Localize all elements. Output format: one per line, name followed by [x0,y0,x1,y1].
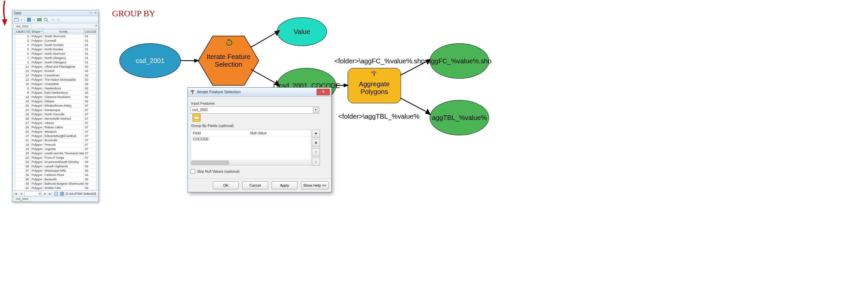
table-row[interactable]: 4PolygonSouth Dundas01 [13,43,98,47]
svg-marker-24 [425,59,431,65]
move-up-icon[interactable]: ↑ [312,148,320,156]
table-cell: Polygon [30,91,43,95]
aggregate-polygons-tool[interactable]: Aggregate Polygons [348,68,401,103]
move-down-icon[interactable]: ↓ [312,158,320,166]
table-row[interactable]: 36PolygonCarleton Place09 [13,173,98,177]
table-row[interactable]: 17PolygonEdwardsburgh/Cardinal07 [13,134,98,138]
table-row[interactable]: 37PolygonMississippi Mills09 [13,169,98,173]
find-replace-icon[interactable] [44,17,49,22]
first-record-icon[interactable]: ı◂ [14,192,18,196]
table-row[interactable]: 28PolygonMerrickville-Wolford07 [13,117,98,121]
table-row[interactable]: 21PolygonBrockville07 [13,138,98,143]
table-row[interactable]: 38PolygonLanark Highlands09 [13,164,98,169]
show-help-button[interactable]: Show Help >> [301,181,329,189]
table-row[interactable]: 26PolygonRideau Lakes07 [13,125,98,130]
table-row[interactable]: 25PolygonWestport07 [13,130,98,134]
table-cell [13,56,16,60]
chevron-down-icon[interactable]: ▾ [313,107,318,113]
table-tab[interactable]: csd_2001 [13,24,31,29]
vertical-scrollbar[interactable] [96,29,98,190]
table-row[interactable]: 35PolygonBeckwith09 [13,177,98,182]
table-row[interactable]: 14PolygonCasselman02 [13,73,98,78]
null-value-column-header: Null Value [248,130,269,136]
related-tables-icon[interactable] [37,17,42,22]
table-window-title-bar[interactable]: Table □ × [12,10,98,16]
table-row[interactable]: 2PolygonSouth Stormont01 [13,34,98,39]
table-row[interactable]: 24PolygonGananoque07 [13,108,98,112]
table-row[interactable]: 22PolygonFront of Yonge07 [13,156,98,160]
table-row[interactable]: 18PolygonAugusta07 [13,147,98,151]
table-row[interactable]: 31PolygonSmiths Falls09 [13,186,98,190]
table-row[interactable]: 11PolygonAlfred and Plantagenet02 [13,65,98,69]
pin-icon[interactable]: □ [89,11,93,15]
show-selected-icon[interactable] [60,191,64,196]
apply-button[interactable]: Apply [272,181,298,189]
table-cell: 16 [16,99,30,104]
model-input-data[interactable]: csd_2001 [119,43,181,78]
table-row[interactable]: 27PolygonAthens07 [13,121,98,125]
table-cell [13,82,16,86]
table-row[interactable]: 15PolygonRussell02 [13,69,98,73]
prev-record-icon[interactable]: ◂ [19,192,23,196]
table-cell: 21 [16,138,30,143]
table-row[interactable]: 10PolygonChamplain02 [13,82,98,86]
output-table[interactable]: aggTBL_%value% [430,100,489,135]
table-row[interactable]: 3PolygonCornwall01 [13,39,98,43]
input-features-dropdown[interactable]: csd_2001 ▾ [190,106,319,114]
tab-close-icon[interactable]: × [95,24,97,27]
table-row[interactable]: 16PolygonOttawa06 [13,99,98,104]
table-row[interactable]: 1PolygonSouth Glengarry01 [13,60,98,65]
bottom-tab[interactable]: csd_2001 [14,197,31,201]
table-row[interactable]: 20PolygonElizabethtown-Kitley07 [13,104,98,108]
column-header[interactable]: Shape * [30,29,43,34]
table-row[interactable]: 12PolygonThe Nation Municipality02 [13,78,98,82]
table-row[interactable]: 9PolygonHawkesbury02 [13,86,98,91]
table-cell: Polygon [30,43,43,47]
svg-line-19 [251,69,275,83]
table-row[interactable]: 29PolygonNorth Grenville07 [13,112,98,117]
record-position[interactable]: 0 [24,191,42,196]
table-row[interactable]: 23PolygonLeeds and the Thousand Islan07 [13,151,98,156]
table-row[interactable]: 13PolygonClarence-Rockland02 [13,95,98,99]
table-row[interactable]: 19PolygonPrescott07 [13,143,98,147]
browse-folder-icon[interactable] [192,114,200,122]
print-icon[interactable] [50,17,55,22]
toolbar-divider: ▾ [33,18,35,22]
table-cell: Polygon [30,177,43,182]
column-header[interactable] [13,29,16,34]
dialog-title-bar[interactable]: Iterate Feature Selection ✕ [188,88,331,97]
remove-row-icon[interactable]: × [312,139,320,147]
output-feature-class[interactable]: aggFC_%value%.shp [430,43,489,79]
table-cell [13,34,16,39]
group-by-fields-grid[interactable]: Field Null Value CDCODE [190,130,311,166]
table-row[interactable]: 5PolygonNorth Dundas01 [13,47,98,52]
show-all-icon[interactable] [54,191,58,196]
ok-button[interactable]: OK [213,181,239,189]
selection-icon[interactable] [27,17,31,22]
table-cell: South Stormont [43,34,84,39]
delete-icon[interactable]: ✕ [57,18,60,22]
edge-iterator-to-value [251,30,281,49]
next-record-icon[interactable]: ▸ [43,192,47,196]
last-record-icon[interactable]: ▸ı [49,192,52,196]
column-header[interactable]: OBJECTID * [16,29,30,34]
table-options-icon[interactable] [14,17,19,22]
horizontal-scrollbar[interactable] [191,160,311,165]
dialog-close-icon[interactable]: ✕ [317,89,330,95]
table-row[interactable]: 32PolygonDrummond/North Elmsley09 [13,160,98,164]
table-cell: Russell [43,69,84,73]
table-row[interactable]: 7PolygonNorth Glengarry01 [13,56,98,60]
table-cell [13,182,16,186]
add-row-icon[interactable]: + [312,130,320,138]
iterator-value-output[interactable]: Value [277,17,327,46]
cancel-button[interactable]: Cancel [242,181,268,189]
table-row[interactable]: 8PolygonEast Hawkesbury02 [13,91,98,95]
table-row[interactable]: 33PolygonBathurst Burgess Sherbrooke09 [13,182,98,186]
table-cell: 26 [16,125,30,130]
close-icon[interactable]: × [94,11,98,15]
skip-null-values-checkbox[interactable] [190,169,195,174]
table-row[interactable]: 6PolygonNorth Stormont01 [13,52,98,56]
table-cell: Gananoque [43,108,84,112]
column-header[interactable]: NAME [43,29,84,34]
group-by-row[interactable]: CDCODE [191,136,311,142]
